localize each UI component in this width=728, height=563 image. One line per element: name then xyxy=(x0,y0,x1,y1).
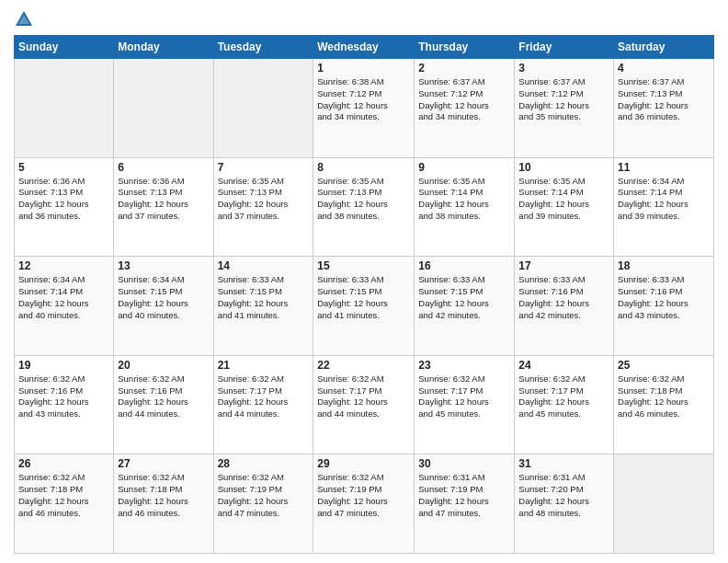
header xyxy=(14,9,714,29)
calendar-header: SundayMondayTuesdayWednesdayThursdayFrid… xyxy=(15,36,714,59)
calendar-cell: 16Sunrise: 6:33 AM Sunset: 7:15 PM Dayli… xyxy=(415,257,515,356)
calendar-cell: 7Sunrise: 6:35 AM Sunset: 7:13 PM Daylig… xyxy=(213,157,313,257)
day-info: Sunrise: 6:31 AM Sunset: 7:20 PM Dayligh… xyxy=(518,472,609,519)
calendar-cell xyxy=(114,59,213,158)
day-info: Sunrise: 6:32 AM Sunset: 7:17 PM Dayligh… xyxy=(218,373,310,420)
weekday-header-row: SundayMondayTuesdayWednesdayThursdayFrid… xyxy=(15,36,714,59)
day-number: 20 xyxy=(118,359,209,372)
weekday-header-tuesday: Tuesday xyxy=(213,36,313,59)
calendar-cell: 12Sunrise: 6:34 AM Sunset: 7:14 PM Dayli… xyxy=(15,257,114,356)
day-number: 22 xyxy=(317,359,410,372)
calendar-cell: 27Sunrise: 6:32 AM Sunset: 7:18 PM Dayli… xyxy=(114,454,213,554)
day-number: 17 xyxy=(518,259,609,272)
calendar-cell: 22Sunrise: 6:32 AM Sunset: 7:17 PM Dayli… xyxy=(313,355,415,454)
day-number: 3 xyxy=(518,62,609,75)
day-info: Sunrise: 6:34 AM Sunset: 7:14 PM Dayligh… xyxy=(18,274,109,321)
calendar-cell: 18Sunrise: 6:33 AM Sunset: 7:16 PM Dayli… xyxy=(614,257,714,356)
day-info: Sunrise: 6:34 AM Sunset: 7:15 PM Dayligh… xyxy=(118,274,209,321)
calendar-cell: 8Sunrise: 6:35 AM Sunset: 7:13 PM Daylig… xyxy=(313,157,415,257)
day-info: Sunrise: 6:37 AM Sunset: 7:12 PM Dayligh… xyxy=(418,76,510,123)
calendar-week-4: 26Sunrise: 6:32 AM Sunset: 7:18 PM Dayli… xyxy=(15,454,714,554)
calendar-cell: 28Sunrise: 6:32 AM Sunset: 7:19 PM Dayli… xyxy=(213,454,313,554)
calendar-cell: 25Sunrise: 6:32 AM Sunset: 7:18 PM Dayli… xyxy=(614,355,714,454)
calendar-cell: 31Sunrise: 6:31 AM Sunset: 7:20 PM Dayli… xyxy=(515,454,614,554)
day-info: Sunrise: 6:32 AM Sunset: 7:18 PM Dayligh… xyxy=(118,472,209,519)
calendar-cell: 1Sunrise: 6:38 AM Sunset: 7:12 PM Daylig… xyxy=(313,59,415,158)
day-info: Sunrise: 6:33 AM Sunset: 7:15 PM Dayligh… xyxy=(218,274,310,321)
calendar-cell xyxy=(213,59,313,158)
day-info: Sunrise: 6:36 AM Sunset: 7:13 PM Dayligh… xyxy=(18,176,109,223)
calendar-cell: 10Sunrise: 6:35 AM Sunset: 7:14 PM Dayli… xyxy=(515,157,614,257)
weekday-header-thursday: Thursday xyxy=(415,36,515,59)
day-number: 13 xyxy=(118,259,209,272)
day-number: 4 xyxy=(618,62,710,75)
calendar-table: SundayMondayTuesdayWednesdayThursdayFrid… xyxy=(14,35,714,554)
day-info: Sunrise: 6:32 AM Sunset: 7:18 PM Dayligh… xyxy=(18,472,109,519)
day-number: 16 xyxy=(418,259,510,272)
calendar-cell: 17Sunrise: 6:33 AM Sunset: 7:16 PM Dayli… xyxy=(515,257,614,356)
calendar-cell: 19Sunrise: 6:32 AM Sunset: 7:16 PM Dayli… xyxy=(15,355,114,454)
calendar-cell: 11Sunrise: 6:34 AM Sunset: 7:14 PM Dayli… xyxy=(614,157,714,257)
calendar-cell xyxy=(15,59,114,158)
calendar-cell: 30Sunrise: 6:31 AM Sunset: 7:19 PM Dayli… xyxy=(415,454,515,554)
day-info: Sunrise: 6:33 AM Sunset: 7:16 PM Dayligh… xyxy=(618,274,710,321)
day-info: Sunrise: 6:34 AM Sunset: 7:14 PM Dayligh… xyxy=(618,176,710,223)
day-number: 25 xyxy=(618,359,710,372)
calendar-body: 1Sunrise: 6:38 AM Sunset: 7:12 PM Daylig… xyxy=(15,59,714,554)
calendar-cell: 26Sunrise: 6:32 AM Sunset: 7:18 PM Dayli… xyxy=(15,454,114,554)
day-info: Sunrise: 6:31 AM Sunset: 7:19 PM Dayligh… xyxy=(418,472,510,519)
day-number: 27 xyxy=(118,457,209,470)
weekday-header-saturday: Saturday xyxy=(614,36,714,59)
calendar-cell: 15Sunrise: 6:33 AM Sunset: 7:15 PM Dayli… xyxy=(313,257,415,356)
day-number: 26 xyxy=(18,457,109,470)
day-number: 5 xyxy=(18,161,109,174)
day-number: 2 xyxy=(418,62,510,75)
day-info: Sunrise: 6:32 AM Sunset: 7:16 PM Dayligh… xyxy=(18,373,109,420)
day-info: Sunrise: 6:35 AM Sunset: 7:13 PM Dayligh… xyxy=(317,176,410,223)
day-number: 7 xyxy=(218,161,310,174)
day-number: 12 xyxy=(18,259,109,272)
day-number: 24 xyxy=(518,359,609,372)
weekday-header-monday: Monday xyxy=(114,36,213,59)
day-number: 1 xyxy=(317,62,410,75)
day-info: Sunrise: 6:32 AM Sunset: 7:19 PM Dayligh… xyxy=(317,472,410,519)
calendar-cell: 2Sunrise: 6:37 AM Sunset: 7:12 PM Daylig… xyxy=(415,59,515,158)
day-number: 10 xyxy=(518,161,609,174)
calendar-cell xyxy=(614,454,714,554)
calendar-page: SundayMondayTuesdayWednesdayThursdayFrid… xyxy=(0,0,728,563)
day-number: 28 xyxy=(218,457,310,470)
calendar-cell: 24Sunrise: 6:32 AM Sunset: 7:17 PM Dayli… xyxy=(515,355,614,454)
day-number: 15 xyxy=(317,259,410,272)
day-number: 30 xyxy=(418,457,510,470)
day-number: 11 xyxy=(618,161,710,174)
day-number: 18 xyxy=(618,259,710,272)
calendar-cell: 13Sunrise: 6:34 AM Sunset: 7:15 PM Dayli… xyxy=(114,257,213,356)
day-info: Sunrise: 6:38 AM Sunset: 7:12 PM Dayligh… xyxy=(317,76,410,123)
calendar-week-2: 12Sunrise: 6:34 AM Sunset: 7:14 PM Dayli… xyxy=(15,257,714,356)
day-info: Sunrise: 6:35 AM Sunset: 7:14 PM Dayligh… xyxy=(518,176,609,223)
day-number: 23 xyxy=(418,359,510,372)
logo-icon xyxy=(14,9,34,29)
calendar-cell: 21Sunrise: 6:32 AM Sunset: 7:17 PM Dayli… xyxy=(213,355,313,454)
day-info: Sunrise: 6:33 AM Sunset: 7:16 PM Dayligh… xyxy=(518,274,609,321)
calendar-week-3: 19Sunrise: 6:32 AM Sunset: 7:16 PM Dayli… xyxy=(15,355,714,454)
calendar-cell: 6Sunrise: 6:36 AM Sunset: 7:13 PM Daylig… xyxy=(114,157,213,257)
day-info: Sunrise: 6:35 AM Sunset: 7:14 PM Dayligh… xyxy=(418,176,510,223)
weekday-header-wednesday: Wednesday xyxy=(313,36,415,59)
day-number: 14 xyxy=(218,259,310,272)
logo xyxy=(14,9,38,29)
day-info: Sunrise: 6:32 AM Sunset: 7:19 PM Dayligh… xyxy=(218,472,310,519)
day-info: Sunrise: 6:32 AM Sunset: 7:17 PM Dayligh… xyxy=(317,373,410,420)
weekday-header-friday: Friday xyxy=(515,36,614,59)
day-number: 9 xyxy=(418,161,510,174)
day-info: Sunrise: 6:32 AM Sunset: 7:16 PM Dayligh… xyxy=(118,373,209,420)
calendar-cell: 14Sunrise: 6:33 AM Sunset: 7:15 PM Dayli… xyxy=(213,257,313,356)
calendar-cell: 4Sunrise: 6:37 AM Sunset: 7:13 PM Daylig… xyxy=(614,59,714,158)
day-number: 21 xyxy=(218,359,310,372)
day-info: Sunrise: 6:36 AM Sunset: 7:13 PM Dayligh… xyxy=(118,176,209,223)
calendar-cell: 23Sunrise: 6:32 AM Sunset: 7:17 PM Dayli… xyxy=(415,355,515,454)
day-info: Sunrise: 6:37 AM Sunset: 7:13 PM Dayligh… xyxy=(618,76,710,123)
calendar-cell: 3Sunrise: 6:37 AM Sunset: 7:12 PM Daylig… xyxy=(515,59,614,158)
day-info: Sunrise: 6:33 AM Sunset: 7:15 PM Dayligh… xyxy=(418,274,510,321)
day-info: Sunrise: 6:32 AM Sunset: 7:17 PM Dayligh… xyxy=(518,373,609,420)
